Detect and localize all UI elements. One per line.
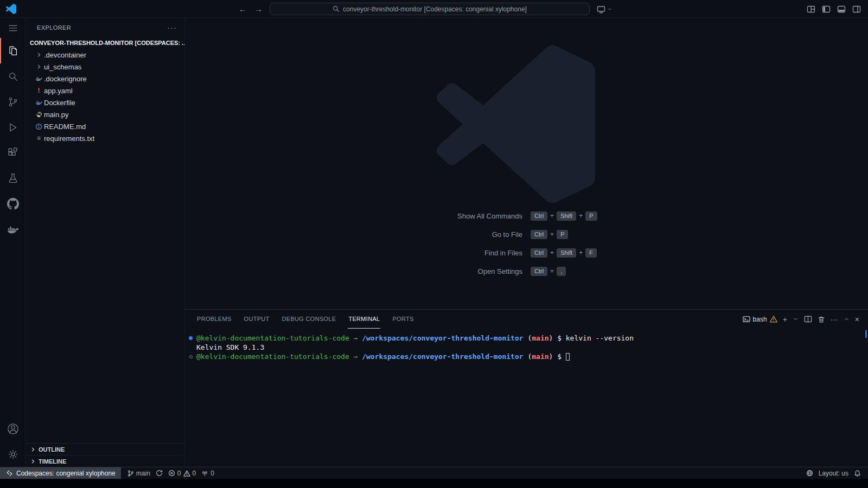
- tree-item-dockerfile[interactable]: Dockerfile: [26, 97, 184, 108]
- terminal-scrollbar-mark: [865, 330, 867, 338]
- tree-item-ui-schemas[interactable]: ui_schemas: [26, 61, 184, 73]
- prompt-user: @kelvin-documentation-tutorials-code: [196, 333, 349, 343]
- chevron-down-icon[interactable]: [793, 316, 799, 322]
- chevron-right-icon: [34, 52, 44, 58]
- toggle-secondary-sidebar-icon[interactable]: [852, 5, 861, 14]
- tab-ports[interactable]: PORTS: [392, 310, 414, 329]
- search-text: conveyor-threshold-monitor [Codespaces: …: [343, 5, 527, 13]
- terminal-output: Kelvin SDK 9.1.3: [196, 343, 264, 352]
- kill-terminal-trash-icon[interactable]: [818, 316, 825, 323]
- tab-debug-console[interactable]: DEBUG CONSOLE: [282, 310, 337, 329]
- tree-root-folder[interactable]: CONVEYOR-THRESHOLD-MONITOR [CODESPACES: …: [26, 37, 184, 49]
- key-chip: F: [585, 248, 597, 258]
- text-lines-icon: ≡: [34, 134, 44, 142]
- shortcut-row: Go to File Ctrl+P: [185, 225, 868, 243]
- command-decoration[interactable]: [185, 336, 196, 340]
- source-control-icon: [7, 96, 19, 108]
- branch-name: main: [532, 352, 548, 361]
- shortcut-label: Go to File: [185, 230, 522, 239]
- tree-item-label: Dockerfile: [44, 99, 75, 107]
- outline-section[interactable]: OUTLINE: [26, 443, 184, 455]
- prompt-arrow: →: [354, 333, 358, 343]
- more-actions-icon[interactable]: ···: [831, 316, 838, 323]
- prompt-path: /workspaces/conveyor-threshold-monitor: [362, 352, 523, 361]
- tree-item-app-yaml[interactable]: ! app.yaml: [26, 85, 184, 97]
- terminal-shell-chip[interactable]: bash: [743, 316, 777, 323]
- toggle-panel-icon[interactable]: [837, 5, 846, 14]
- toggle-sidebar-icon[interactable]: [822, 5, 831, 14]
- menu-button[interactable]: [0, 18, 25, 38]
- sidebar-item-testing[interactable]: [0, 165, 25, 191]
- ports-indicator[interactable]: 0: [199, 467, 217, 479]
- sidebar-item-docker[interactable]: [0, 216, 25, 242]
- terminal-icon: [743, 316, 750, 323]
- customize-layout-icon[interactable]: [807, 5, 815, 14]
- tree-item-dockerignore[interactable]: .dockerignore: [26, 73, 184, 85]
- branch-indicator[interactable]: main: [124, 467, 153, 479]
- notifications-button[interactable]: [851, 467, 864, 479]
- plus-separator: +: [550, 267, 554, 275]
- tab-problems[interactable]: PROBLEMS: [196, 310, 232, 329]
- views-and-more-actions-button[interactable]: ···: [167, 23, 177, 32]
- sidebar-item-explorer[interactable]: [0, 38, 25, 63]
- command-ran-dot-icon: [189, 336, 193, 340]
- tree-item-label: .dockerignore: [44, 75, 87, 83]
- chevron-down-icon: [607, 7, 612, 12]
- settings-button[interactable]: [0, 441, 25, 467]
- prompt-branch: (main): [527, 352, 553, 361]
- beaker-icon: [7, 172, 19, 184]
- sync-changes-button[interactable]: [153, 467, 165, 479]
- key-chip: Shift: [557, 211, 576, 221]
- tab-output[interactable]: OUTPUT: [244, 310, 270, 329]
- command-center-search[interactable]: conveyor-threshold-monitor [Codespaces: …: [270, 3, 590, 15]
- sidebar-item-source-control[interactable]: [0, 89, 25, 114]
- file-tree: CONVEYOR-THRESHOLD-MONITOR [CODESPACES: …: [26, 37, 184, 443]
- close-panel-icon[interactable]: ×: [855, 316, 859, 323]
- split-terminal-icon[interactable]: [804, 315, 812, 323]
- globe-indicator[interactable]: [803, 467, 816, 479]
- vscode-logo: [6, 4, 16, 14]
- remote-window-menu[interactable]: [597, 0, 612, 18]
- editor-area: Show All Commands Ctrl+Shift+P Go to Fil…: [185, 18, 868, 309]
- search-icon: [7, 70, 19, 82]
- titlebar: ← → conveyor-threshold-monitor [Codespac…: [0, 0, 868, 18]
- tree-item-devcontainer[interactable]: .devcontainer: [26, 49, 184, 61]
- timeline-section[interactable]: TIMELINE: [26, 455, 184, 467]
- key-chip: P: [585, 211, 597, 221]
- sidebar-item-extensions[interactable]: [0, 140, 25, 165]
- back-arrow-icon[interactable]: ←: [239, 4, 247, 14]
- tree-item-readme[interactable]: README.md: [26, 120, 184, 132]
- panel-actions: bash + ··· ×: [743, 315, 868, 323]
- tree-item-main-py[interactable]: main.py: [26, 108, 184, 120]
- status-bar: Codespaces: congenial xylophone main 0 0…: [0, 467, 868, 479]
- tree-item-label: app.yaml: [44, 87, 73, 95]
- tab-terminal[interactable]: TERMINAL: [348, 310, 380, 329]
- problems-indicator[interactable]: 0 0: [165, 467, 199, 479]
- tree-item-requirements[interactable]: ≡ requirements.txt: [26, 132, 184, 144]
- explorer-sidebar: EXPLORER ··· CONVEYOR-THRESHOLD-MONITOR …: [26, 18, 185, 467]
- command-decoration[interactable]: [185, 355, 196, 358]
- activity-bar-bottom: [0, 416, 25, 467]
- sidebar-item-github[interactable]: [0, 191, 25, 216]
- forward-arrow-icon[interactable]: →: [254, 4, 263, 14]
- files-icon: [7, 45, 19, 57]
- prompt-user: @kelvin-documentation-tutorials-code: [196, 352, 349, 361]
- yaml-icon: !: [34, 87, 44, 94]
- workbench: EXPLORER ··· CONVEYOR-THRESHOLD-MONITOR …: [0, 18, 868, 467]
- branch-close-paren: ): [549, 334, 553, 342]
- keyboard-layout-indicator[interactable]: Layout: us: [816, 467, 851, 479]
- sidebar-item-search[interactable]: [0, 63, 25, 89]
- new-terminal-button[interactable]: +: [783, 316, 787, 323]
- tree-item-label: ui_schemas: [44, 63, 81, 71]
- terminal-viewport[interactable]: @kelvin-documentation-tutorials-code → /…: [185, 329, 868, 467]
- remote-indicator[interactable]: Codespaces: congenial xylophone: [0, 467, 121, 479]
- python-icon: [34, 111, 44, 118]
- maximize-panel-chevron-up-icon[interactable]: [844, 316, 850, 322]
- sidebar-item-run-debug[interactable]: [0, 114, 25, 140]
- run-debug-icon: [7, 121, 19, 133]
- tree-item-label: README.md: [44, 123, 86, 131]
- warning-icon: [770, 316, 777, 323]
- prompt-branch: (main): [527, 333, 553, 343]
- account-button[interactable]: [0, 416, 25, 441]
- shortcut-keys: Ctrl+,: [531, 267, 868, 276]
